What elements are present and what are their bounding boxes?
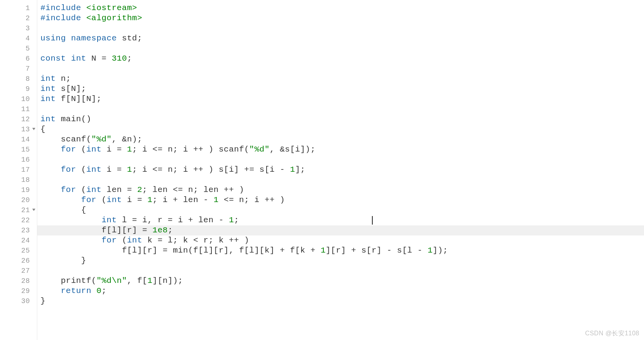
- line-number: 19: [0, 185, 37, 195]
- code-token: k: [214, 236, 229, 245]
- code-token: [: [198, 246, 203, 255]
- code-token: ): [209, 165, 214, 174]
- code-token: i: [270, 165, 280, 174]
- code-token: ;: [193, 185, 198, 194]
- code-line[interactable]: [37, 64, 644, 74]
- code-token: ,: [270, 145, 280, 154]
- code-line[interactable]: f[l][r] = min(f[l][r], f[l][k] + f[k + 1…: [37, 246, 644, 256]
- code-line[interactable]: }: [37, 296, 644, 306]
- line-number: 17: [0, 165, 37, 175]
- code-token: s: [56, 84, 66, 93]
- code-token: int: [40, 84, 56, 93]
- code-token: scanf: [61, 135, 86, 144]
- code-token: [234, 185, 239, 194]
- code-token: ): [209, 145, 214, 154]
- code-token: 1: [321, 246, 326, 255]
- code-token: [346, 246, 351, 255]
- code-line[interactable]: [37, 23, 644, 33]
- line-number: 24: [0, 235, 37, 246]
- code-line[interactable]: {: [37, 205, 644, 215]
- code-token: #include: [40, 3, 86, 12]
- code-line[interactable]: using namespace std;: [37, 33, 644, 44]
- code-line[interactable]: }: [37, 256, 644, 266]
- code-token: [142, 195, 147, 204]
- code-token: ;: [132, 145, 137, 154]
- line-number-gutter: 1234567891011121314151617181920212223242…: [0, 0, 37, 340]
- code-token: ][: [152, 276, 162, 285]
- code-line[interactable]: int l = i, r = i + len - 1;: [37, 215, 644, 225]
- code-token: 1: [127, 145, 132, 154]
- code-token: =: [117, 145, 122, 154]
- code-token: ][: [208, 246, 218, 255]
- line-number: 20: [0, 195, 37, 205]
- code-token: ): [280, 195, 285, 204]
- code-line[interactable]: for (int k = l; k < r; k ++ ): [37, 235, 644, 246]
- code-line[interactable]: printf("%d\n", f[1][n]);: [37, 276, 644, 286]
- code-line[interactable]: #include <algorithm>: [37, 13, 644, 23]
- code-line[interactable]: int f[N][N];: [37, 94, 644, 104]
- code-token: -: [219, 216, 224, 225]
- code-token: <=: [224, 195, 234, 204]
- code-token: ;: [132, 165, 137, 174]
- code-line[interactable]: [37, 44, 644, 54]
- code-token: [275, 195, 280, 204]
- code-line[interactable]: return 0;: [37, 286, 644, 296]
- code-token: i: [249, 195, 264, 204]
- code-token: 310: [112, 54, 127, 63]
- code-token: [40, 236, 101, 245]
- code-token: 1: [229, 216, 234, 225]
- code-line[interactable]: [37, 266, 644, 276]
- code-line[interactable]: for (int i = 1; i + len - 1 <= n; i ++ ): [37, 195, 644, 205]
- code-token: }: [40, 296, 45, 305]
- code-token: ++: [193, 145, 203, 154]
- code-token: {: [40, 125, 45, 134]
- code-token: [76, 145, 81, 154]
- code-line[interactable]: #include <iostream>: [37, 3, 644, 13]
- code-token: i: [229, 165, 234, 174]
- code-token: ];: [295, 165, 305, 174]
- code-line[interactable]: [37, 155, 644, 165]
- code-line[interactable]: [37, 104, 644, 114]
- code-token: f: [193, 246, 198, 255]
- code-token: n: [56, 74, 66, 83]
- code-token: len: [193, 216, 219, 225]
- code-token: i: [137, 145, 152, 154]
- line-number: 9: [0, 84, 37, 94]
- code-line[interactable]: for (int len = 2; len <= n; len ++ ): [37, 185, 644, 195]
- code-line[interactable]: for (int i = 1; i <= n; i ++ ) s[i] += s…: [37, 165, 644, 175]
- code-token: =: [157, 236, 162, 245]
- code-token: i: [122, 195, 137, 204]
- code-token: ]: [234, 165, 239, 174]
- code-area[interactable]: #include <iostream>#include <algorithm>u…: [37, 0, 644, 340]
- line-number: 21: [0, 205, 37, 215]
- code-token: i: [101, 165, 117, 174]
- code-token: n: [163, 276, 168, 285]
- code-line[interactable]: int s[N];: [37, 84, 644, 94]
- code-token: 1e8: [152, 226, 168, 235]
- code-line[interactable]: const int N = 310;: [37, 54, 644, 64]
- code-editor[interactable]: 1234567891011121314151617181920212223242…: [0, 0, 644, 340]
- code-token: int: [86, 145, 101, 154]
- code-token: N: [86, 94, 91, 103]
- code-token: f: [40, 246, 127, 255]
- code-token: ]: [132, 226, 137, 235]
- code-line[interactable]: int main(): [37, 114, 644, 124]
- code-token: [56, 115, 61, 124]
- code-line[interactable]: int n;: [37, 74, 644, 84]
- code-token: [: [106, 226, 112, 235]
- code-token: l: [249, 246, 254, 255]
- code-token: r: [372, 246, 377, 255]
- code-token: [132, 185, 137, 194]
- code-token: [40, 206, 81, 214]
- code-token: -: [280, 165, 285, 174]
- code-token: [: [244, 246, 249, 255]
- code-token: 1: [147, 276, 152, 285]
- code-line[interactable]: for (int i = 1; i <= n; i ++ ) scanf("%d…: [37, 145, 644, 155]
- code-line[interactable]: {: [37, 124, 644, 134]
- code-line[interactable]: f[l][r] = 1e8;: [37, 225, 644, 235]
- code-line[interactable]: scanf("%d", &n);: [37, 134, 644, 145]
- code-token: <=: [173, 185, 183, 194]
- code-token: s: [392, 246, 402, 255]
- code-token: [: [402, 246, 407, 255]
- code-line[interactable]: [37, 175, 644, 185]
